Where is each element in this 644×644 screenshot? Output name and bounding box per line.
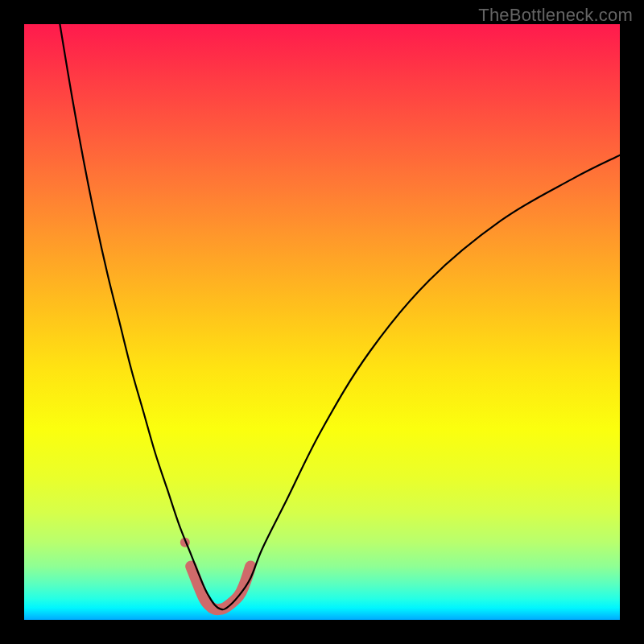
attribution-text: TheBottleneck.com (478, 5, 633, 26)
chart-frame: TheBottleneck.com (0, 0, 644, 644)
optimal-range-highlight (191, 566, 250, 609)
plot-area (24, 24, 620, 620)
chart-svg (24, 24, 620, 620)
bottleneck-curve (60, 24, 620, 609)
